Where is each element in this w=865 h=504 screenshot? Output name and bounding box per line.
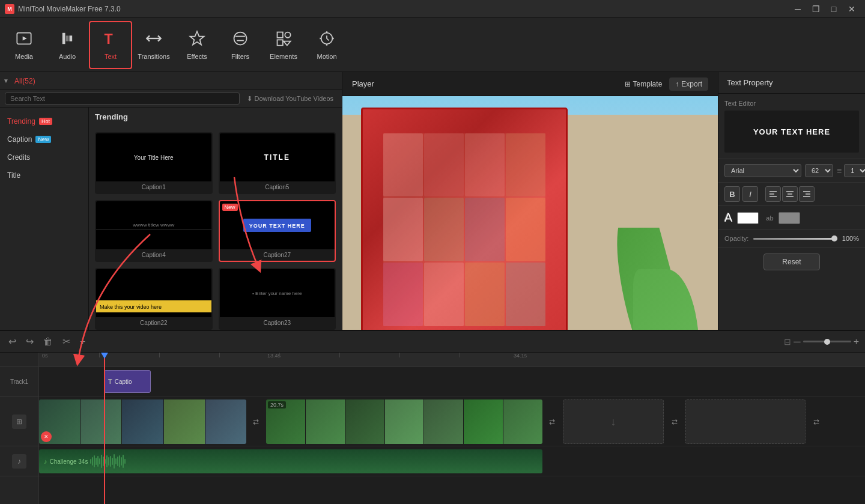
delete-button[interactable]: 🗑 [41,334,55,350]
app-logo: M [5,4,14,14]
caption-badge: New [35,136,51,143]
cat-trending-label: Trending [7,117,35,126]
font-size-select[interactable]: 62 48 36 72 [805,164,833,177]
template-button[interactable]: ⊞ Template [625,80,663,88]
titlebar-left: M MiniTool MovieMaker Free 7.3.0 [5,4,121,14]
transitions-icon [145,30,162,50]
color-row: A ab [718,206,865,230]
video-track-icon[interactable]: ⊞ [12,414,26,429]
caption-label-5: Caption5 [220,181,335,193]
transition-icon-1[interactable]: ⇄ [246,399,266,444]
player-header: Player ⊞ Template ↑ Export [342,72,718,96]
collapse-nav[interactable]: ▼ [0,72,12,90]
filters-icon [232,30,249,50]
toolbar-filters[interactable]: Filters [219,21,262,69]
caption-label-22: Caption22 [96,317,211,329]
audio-track-row: ♪ Challenge 34s [39,446,865,476]
toolbar-elements[interactable]: Elements [262,21,305,69]
font-select[interactable]: Arial Helvetica Times New Roman [724,164,801,177]
caption-thumb-1: Your Title Here [96,133,211,181]
text-editor-label: Text Editor [724,100,859,107]
close-button[interactable]: ✕ [843,1,860,17]
audio-track-icon[interactable]: ♪ [12,454,26,469]
all-count[interactable]: All(52) [12,72,342,90]
transition-icon-3[interactable]: ⇄ [665,399,684,444]
caption-card-23[interactable]: • Enter your name here Caption23 [219,268,336,330]
toolbar-media[interactable]: Media [2,21,46,69]
audio-icon [59,30,76,50]
trending-header: Trending [89,108,342,126]
text-color-swatch[interactable] [737,212,759,224]
titlebar-controls: ─ ❐ □ ✕ [789,1,860,17]
align-group [765,186,815,202]
text-editor-box[interactable]: YOUR TEXT HERE [724,111,859,153]
caption-card-22[interactable]: Make this your video here Caption22 [95,268,213,330]
zoom-slider[interactable] [803,341,851,342]
color-a-label: A [724,211,732,225]
svg-marker-1 [23,36,27,40]
video-clip-1[interactable]: ✕ [39,399,246,444]
redo-button[interactable]: ↪ [23,333,36,350]
audio-waveform [90,454,538,469]
empty-clip-1-icon: ↓ [611,416,616,428]
caption-card-1[interactable]: Your Title Here Caption1 [95,132,213,194]
cat-title[interactable]: Title [0,166,88,184]
bold-button[interactable]: B [724,186,740,202]
caption-card-27[interactable]: New YOUR TEXT HERE Caption27 [219,200,336,262]
undo-button[interactable]: ↩ [6,333,19,350]
svg-rect-11 [278,40,283,45]
export-button[interactable]: ↑ Export [669,77,708,91]
caption-label-4: Caption4 [96,249,211,261]
line-height-select[interactable]: 1 1.5 2 [844,164,865,177]
align-left-button[interactable] [765,186,781,202]
align-right-button[interactable] [799,186,815,202]
track-labels: Track1 ⊞ ♪ [0,353,39,504]
audio-clip[interactable]: ♪ Challenge 34s [39,449,542,473]
motion-icon [318,30,335,50]
track1-label: Track1 [0,367,38,397]
cat-caption[interactable]: Caption New [0,130,88,148]
opacity-value: 100% [842,235,859,242]
caption-card-4[interactable]: wwww titlew wwww Caption4 [95,200,213,262]
restore-button[interactable]: ❐ [807,1,824,17]
cat-trending[interactable]: Trending Hot [0,112,88,130]
video-clip-2[interactable]: 20.7s [266,399,542,444]
add-button[interactable]: + [77,334,88,350]
text-editor-section: Text Editor YOUR TEXT HERE [718,94,865,159]
toolbar-transitions[interactable]: Transitions [132,21,175,69]
timeline-main: Track1 ⊞ ♪ 0s 13.4s 34.1s [0,353,865,504]
opacity-label: Opacity: [724,235,748,242]
elements-label: Elements [270,53,297,60]
align-center-button[interactable] [782,186,798,202]
left-nav: ▼ All(52) [0,72,342,90]
cut-button[interactable]: ✂ [60,333,73,350]
toolbar-motion[interactable]: Motion [305,21,348,69]
timeline-toolbar: ↩ ↪ 🗑 ✂ + ⊟ ─ + [0,331,865,353]
zoom-out-button[interactable]: ─ [794,336,800,347]
caption-clip-t-icon: T [108,378,112,385]
toolbar-audio[interactable]: Audio [46,21,89,69]
maximize-button[interactable]: □ [825,1,842,17]
zoom-in-button[interactable]: + [854,336,859,347]
toolbar-effects[interactable]: Effects [175,21,219,69]
bg-color-swatch[interactable] [778,212,800,224]
download-label: Download YouTube Videos [255,95,334,102]
transition-icon-4[interactable]: ⇄ [807,399,826,444]
transition-icon-2[interactable]: ⇄ [542,399,562,444]
caption-card-5[interactable]: TITLE Caption5 [219,132,336,194]
caption-thumb-27: New YOUR TEXT HERE [220,201,335,249]
opacity-slider[interactable] [753,238,837,240]
minimize-button[interactable]: ─ [789,1,806,17]
search-bar: ⬇ Download YouTube Videos [0,90,342,108]
caption-clip[interactable]: T Captio [104,370,151,393]
reset-button[interactable]: Reset [763,254,819,270]
download-button[interactable]: ⬇ Download YouTube Videos [243,93,338,105]
svg-point-5 [234,32,247,44]
svg-point-9 [285,32,290,37]
time-ruler: 0s 13.4s 34.1s [39,353,865,367]
toolbar-text[interactable]: T Text [89,21,132,69]
italic-button[interactable]: I [742,186,758,202]
effects-icon [189,30,205,50]
search-input[interactable] [5,93,240,105]
cat-credits[interactable]: Credits [0,148,88,166]
